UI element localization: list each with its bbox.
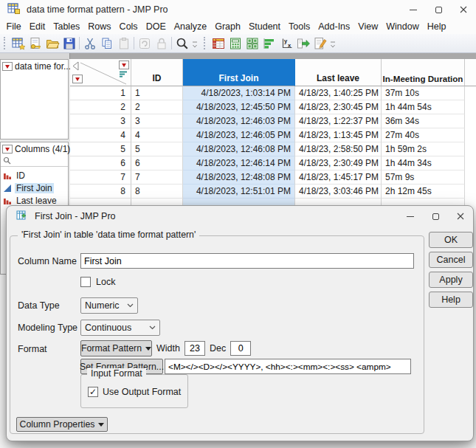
toolbar-overflow-chevron[interactable] [192, 41, 199, 50]
menu-item-help[interactable]: Help [423, 19, 450, 34]
cell-first-join[interactable]: 4/18/2023, 12:51:01 PM [183, 185, 295, 199]
cell-last-leave[interactable]: 4/18/23, 3:03:46 PM [295, 185, 382, 199]
cell-first-join[interactable]: 4/18/2023, 12:46:14 PM [183, 156, 295, 170]
format-selector-button[interactable]: Format Pattern [80, 340, 152, 356]
cell-last-leave[interactable]: 4/18/23, 1:45:17 PM [295, 170, 382, 185]
cell-duration[interactable]: 2h 12m 45s [382, 185, 465, 199]
lock-checkbox[interactable] [80, 277, 91, 287]
menu-item-student[interactable]: Student [244, 19, 284, 34]
menu-item-doe[interactable]: DOE [142, 19, 170, 34]
column-header-first-join[interactable]: First Join [183, 59, 295, 86]
edit-script-button[interactable] [311, 35, 328, 52]
menu-item-view[interactable]: View [354, 19, 382, 34]
cell-duration[interactable]: 1h 59m 2s [382, 142, 465, 156]
cell-id[interactable]: 1 [131, 86, 183, 100]
help-button[interactable]: Help [429, 292, 473, 308]
toolbar-grip[interactable] [204, 37, 207, 49]
columns-menu-red-triangle-button[interactable] [2, 145, 13, 154]
data-type-dropdown[interactable]: Numeric [80, 297, 138, 314]
column-name-input[interactable] [80, 253, 414, 269]
new-data-table-button[interactable] [10, 35, 27, 52]
cell-id[interactable]: 4 [131, 128, 183, 142]
cell-first-join[interactable]: 4/18/2023, 12:46:08 PM [183, 142, 295, 156]
apply-button[interactable]: Apply [429, 272, 473, 288]
cell-duration[interactable]: 1h 44m 54s [382, 100, 465, 114]
menu-item-tools[interactable]: Tools [285, 19, 314, 34]
cell-id[interactable]: 2 [131, 100, 183, 114]
cell-last-leave[interactable]: 4/18/23, 2:30:45 PM [295, 100, 382, 114]
modeling-type-dropdown[interactable]: Continuous [80, 320, 160, 336]
toolbar-overflow-chevron[interactable] [330, 41, 337, 50]
cell-duration[interactable]: 57m 9s [382, 170, 465, 185]
width-input[interactable] [184, 341, 205, 356]
column-list-item-id[interactable]: ID [1, 169, 68, 182]
close-button[interactable] [451, 0, 476, 19]
cell-duration[interactable]: 36m 34s [382, 114, 465, 128]
cell-last-leave[interactable]: 4/18/23, 1:22:37 PM [295, 114, 382, 128]
axes-plot-button[interactable]: yx [277, 35, 294, 52]
open-database-button[interactable] [27, 35, 44, 52]
data-table-button[interactable] [210, 35, 227, 52]
dec-input[interactable] [230, 341, 251, 356]
format-pattern-input[interactable] [165, 359, 411, 374]
copy-button[interactable] [98, 35, 115, 52]
filter-rows-icon[interactable] [119, 71, 128, 78]
paste-button[interactable] [115, 35, 132, 52]
cell-last-leave[interactable]: 4/18/23, 2:30:49 PM [295, 156, 382, 170]
dialog-close-button[interactable] [448, 206, 473, 227]
row-number[interactable]: 2 [70, 100, 131, 114]
bar-chart-button[interactable] [261, 35, 277, 52]
cell-id[interactable]: 3 [131, 114, 183, 128]
run-script-button[interactable] [294, 35, 311, 52]
row-number[interactable]: 6 [70, 156, 131, 170]
maximize-button[interactable] [426, 0, 451, 19]
row-number[interactable]: 4 [70, 128, 131, 142]
window-tiles-button[interactable] [244, 35, 261, 52]
cell-id[interactable]: 7 [131, 170, 183, 185]
columns-red-triangle-button[interactable] [119, 61, 129, 69]
cell-first-join[interactable]: 4/18/2023, 12:46:03 PM [183, 114, 295, 128]
calculator-button[interactable] [227, 35, 244, 52]
menu-item-edit[interactable]: Edit [25, 19, 49, 34]
ok-button[interactable]: OK [429, 232, 473, 248]
cell-duration[interactable]: 27m 40s [382, 128, 465, 142]
cell-last-leave[interactable]: 4/18/23, 1:13:45 PM [295, 128, 382, 142]
cell-id[interactable]: 8 [131, 185, 183, 199]
cut-button[interactable] [81, 35, 98, 52]
menu-item-file[interactable]: File [2, 19, 25, 34]
cell-duration[interactable]: 1h 44m 34s [382, 156, 465, 170]
column-properties-button[interactable]: Column Properties [16, 417, 108, 432]
cell-first-join[interactable]: 4/18/2023, 12:45:50 PM [183, 100, 295, 114]
row-number[interactable]: 1 [70, 86, 131, 100]
table-nav-arrow-icon[interactable] [72, 61, 79, 71]
cell-duration[interactable]: 37m 10s [382, 86, 465, 100]
column-header-last-leave[interactable]: Last leave [295, 59, 382, 86]
cell-last-leave[interactable]: 4/18/23, 1:40:25 PM [295, 86, 382, 100]
cancel-button[interactable]: Cancel [429, 252, 473, 268]
menu-item-cols[interactable]: Cols [115, 19, 142, 34]
menu-item-tables[interactable]: Tables [49, 19, 84, 34]
row-number[interactable]: 5 [70, 142, 131, 156]
dialog-minimize-button[interactable] [398, 206, 423, 227]
columns-search-input[interactable] [13, 156, 65, 165]
journal-button[interactable] [136, 35, 153, 52]
cell-last-leave[interactable]: 4/18/23, 2:58:50 PM [295, 142, 382, 156]
minimize-button[interactable] [401, 0, 426, 19]
menu-item-graph[interactable]: Graph [211, 19, 245, 34]
open-folder-button[interactable] [44, 35, 61, 52]
row-number[interactable]: 3 [70, 114, 131, 128]
row-number[interactable]: 7 [70, 170, 131, 185]
menu-item-window[interactable]: Window [382, 19, 423, 34]
rows-red-triangle-button[interactable] [72, 75, 83, 83]
cell-first-join[interactable]: 4/18/2023, 12:48:08 PM [183, 170, 295, 185]
column-header-duration[interactable]: In-Meeting Duration [382, 59, 465, 86]
row-number[interactable]: 8 [70, 185, 131, 199]
cell-id[interactable]: 5 [131, 142, 183, 156]
save-button[interactable] [61, 35, 77, 52]
lock-button[interactable] [153, 35, 170, 52]
search-button[interactable] [173, 35, 190, 52]
cell-id[interactable]: 6 [131, 156, 183, 170]
cell-first-join[interactable]: 4/18/2023, 12:46:05 PM [183, 128, 295, 142]
menu-item-addins[interactable]: Add-Ins [314, 19, 354, 34]
column-list-item-first-join[interactable]: First Join [1, 182, 68, 194]
